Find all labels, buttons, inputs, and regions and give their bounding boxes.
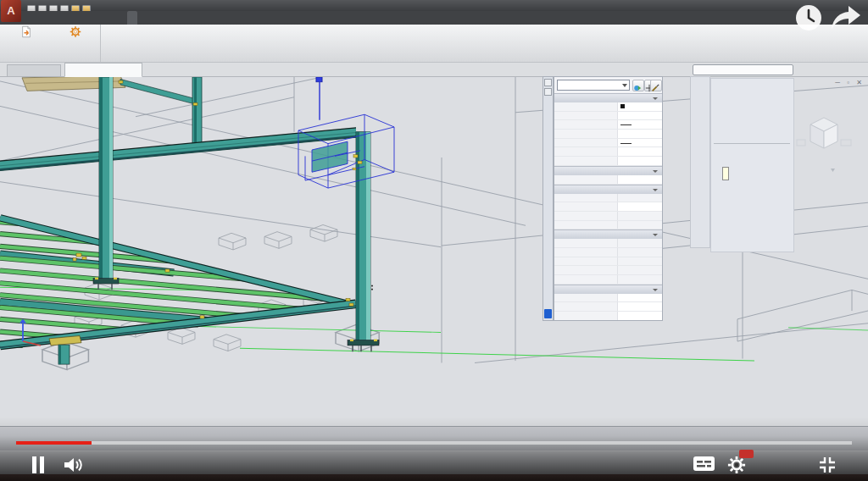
export-solids-button[interactable] — [3, 25, 49, 53]
pause-bar — [32, 456, 36, 473]
progress-bar-fill[interactable] — [16, 441, 92, 445]
property-row — [554, 248, 662, 257]
chevron-down-icon — [653, 170, 658, 173]
property-row — [554, 120, 662, 130]
volume-button[interactable] — [63, 456, 85, 477]
section-header[interactable] — [554, 185, 662, 194]
ribbon-tab-ausgabe[interactable] — [56, 11, 66, 25]
ribbon-tab-objekte[interactable] — [36, 11, 46, 25]
section-header[interactable] — [554, 285, 662, 294]
property-value — [617, 266, 662, 274]
gear-icon — [69, 25, 82, 38]
app-titlebar — [0, 0, 868, 11]
property-value — [617, 248, 662, 257]
property-value[interactable] — [617, 294, 662, 302]
properties-grid — [554, 93, 662, 321]
pause-button[interactable] — [32, 456, 47, 473]
ribbon-tab-beschriftungen-und-bema-ungen[interactable] — [76, 11, 86, 25]
property-row — [554, 194, 662, 203]
doc-tab-akademie[interactable] — [64, 63, 142, 77]
chevron-down-icon — [653, 189, 658, 191]
viewcube[interactable] — [790, 96, 858, 180]
ribbon-tab-add-ins[interactable] — [147, 11, 158, 25]
property-value[interactable] — [617, 302, 662, 311]
ribbon-tab-cd-[interactable] — [158, 11, 168, 25]
clock-icon — [793, 3, 824, 33]
exit-fullscreen-button[interactable] — [817, 455, 837, 478]
chevron-down-icon — [653, 289, 658, 291]
share-button[interactable] — [828, 3, 862, 34]
property-value — [617, 239, 662, 247]
command-window[interactable] — [0, 426, 868, 451]
progress-bar-track[interactable] — [16, 441, 852, 445]
property-value[interactable] — [617, 175, 662, 184]
property-value — [617, 194, 662, 202]
property-value[interactable] — [617, 112, 662, 120]
chevron-down-icon — [622, 84, 627, 87]
ribbon-tab-verf-gbare-apps[interactable] — [117, 11, 127, 25]
color-swatch — [620, 104, 625, 108]
property-row — [554, 275, 662, 285]
property-row — [554, 239, 662, 248]
drawing-window-controls[interactable]: ─ ▫ ✕ — [835, 79, 865, 86]
video-frame: A — [0, 0, 868, 481]
tooltip — [722, 167, 729, 180]
ribbon — [0, 25, 868, 63]
wks-dropdown-icon[interactable] — [831, 169, 835, 172]
ribbon-tab-plugins[interactable] — [107, 11, 117, 25]
property-row — [554, 130, 662, 139]
ribbon-tab-erweiterte-modellierung[interactable] — [46, 11, 56, 25]
property-value[interactable] — [617, 312, 662, 320]
property-value[interactable] — [617, 139, 662, 147]
property-value[interactable] — [617, 120, 662, 129]
quick-views-titlebar[interactable] — [693, 64, 793, 75]
export-document-icon — [19, 25, 33, 38]
toggle-pickadd-icon[interactable] — [632, 80, 644, 91]
pause-bar — [40, 456, 44, 473]
speaker-icon — [63, 456, 85, 473]
property-row — [554, 147, 662, 157]
ribbon-tab-ansicht[interactable] — [66, 11, 76, 25]
autohide-icon[interactable] — [544, 79, 552, 86]
property-row — [554, 257, 662, 267]
property-row — [554, 139, 662, 148]
property-row — [554, 112, 662, 121]
new-tab-button[interactable] — [147, 65, 158, 77]
property-value[interactable] — [617, 102, 662, 111]
selection-dropdown[interactable] — [557, 80, 630, 91]
chevron-down-icon — [653, 97, 658, 100]
property-row — [554, 212, 662, 221]
doc-tab-start[interactable] — [7, 64, 61, 76]
properties-palette — [554, 76, 663, 321]
ribbon-tab-mum[interactable] — [127, 11, 137, 25]
ribbon-tab-start[interactable] — [25, 11, 36, 25]
property-row — [554, 266, 662, 275]
divider — [714, 143, 790, 144]
captions-icon — [693, 456, 715, 471]
property-value — [617, 212, 662, 220]
property-row — [554, 294, 662, 303]
palette-settings-icon[interactable] — [544, 88, 552, 96]
property-row — [554, 157, 662, 166]
ribbon-tab-plug-ins[interactable] — [137, 11, 147, 25]
settings-button[interactable] — [727, 456, 746, 478]
captions-button[interactable] — [693, 456, 715, 474]
ribbon-tab-exportieren-und-importieren[interactable] — [86, 11, 97, 25]
property-value[interactable] — [617, 147, 662, 156]
property-row — [554, 302, 662, 312]
license-options-button[interactable] — [53, 25, 98, 53]
quick-views-panel — [710, 78, 794, 252]
advance-steel-logo-icon[interactable]: A — [1, 0, 21, 22]
share-arrow-icon — [828, 3, 862, 30]
ribbon-tab-rendern[interactable] — [97, 11, 107, 25]
quick-select-icon[interactable] — [650, 80, 662, 91]
property-value[interactable] — [617, 157, 662, 165]
property-value[interactable] — [617, 202, 662, 211]
property-value[interactable] — [617, 130, 662, 138]
section-header[interactable] — [554, 93, 662, 102]
section-header[interactable] — [554, 229, 662, 239]
ribbon-tab-bar — [0, 11, 868, 25]
section-header[interactable] — [554, 166, 662, 175]
watch-later-button[interactable] — [793, 3, 824, 36]
properties-palette-titlebar[interactable] — [542, 76, 554, 321]
